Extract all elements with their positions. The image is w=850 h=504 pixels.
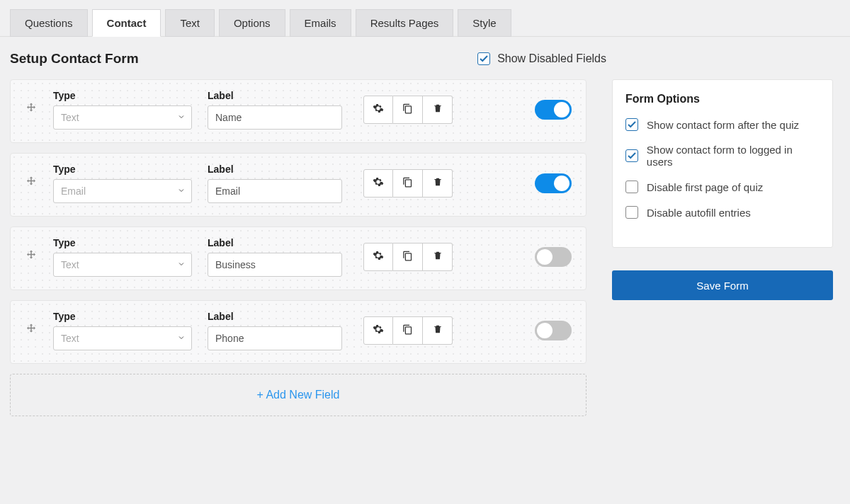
option-label: Show contact form after the quiz	[647, 119, 799, 131]
delete-button[interactable]	[423, 96, 453, 124]
option-label: Disable autofill entries	[647, 207, 751, 219]
type-header: Type	[53, 90, 192, 101]
gear-icon	[373, 250, 384, 264]
label-header: Label	[208, 164, 342, 175]
field-row: TypeTextLabelName	[10, 79, 586, 143]
delete-button[interactable]	[423, 169, 453, 197]
checkbox-icon	[625, 206, 638, 219]
save-form-button[interactable]: Save Form	[612, 270, 833, 300]
settings-button[interactable]	[363, 96, 393, 124]
copy-icon	[402, 177, 413, 190]
label-header: Label	[208, 311, 342, 322]
type-header: Type	[53, 311, 192, 322]
tab-emails[interactable]: Emails	[290, 9, 351, 37]
type-select[interactable]: Email	[53, 179, 192, 203]
chevron-down-icon	[177, 112, 186, 123]
copy-icon	[402, 103, 413, 117]
label-input[interactable]: Business	[208, 253, 342, 277]
tab-style[interactable]: Style	[458, 9, 511, 37]
drag-handle-icon[interactable]	[25, 176, 38, 191]
gear-icon	[373, 176, 384, 190]
form-option[interactable]: Show contact form after the quiz	[625, 118, 820, 131]
show-disabled-fields-checkbox[interactable]: Show Disabled Fields	[477, 52, 606, 65]
tab-text[interactable]: Text	[165, 9, 215, 37]
duplicate-button[interactable]	[393, 316, 423, 345]
label-header: Label	[208, 237, 342, 248]
form-option[interactable]: Disable autofill entries	[625, 206, 820, 219]
type-select[interactable]: Text	[53, 253, 192, 277]
tab-questions[interactable]: Questions	[10, 9, 88, 37]
gear-icon	[373, 103, 384, 117]
enable-toggle[interactable]	[535, 247, 572, 267]
checkbox-icon	[477, 52, 490, 65]
field-actions	[363, 316, 453, 345]
trash-icon	[433, 176, 443, 190]
form-options-panel: Form Options Show contact form after the…	[612, 79, 833, 248]
type-select[interactable]: Text	[53, 326, 192, 350]
field-actions	[363, 243, 453, 271]
checkbox-icon	[625, 118, 638, 131]
field-row: TypeTextLabelBusiness	[10, 227, 586, 290]
chevron-down-icon	[177, 185, 186, 197]
drag-handle-icon[interactable]	[25, 249, 38, 265]
add-new-field-button[interactable]: + Add New Field	[10, 374, 586, 416]
option-label: Show contact form to logged in users	[647, 144, 820, 168]
fields-list: TypeTextLabelNameTypeEmailLabelEmailType…	[10, 79, 586, 416]
trash-icon	[433, 250, 443, 264]
field-actions	[363, 96, 453, 124]
delete-button[interactable]	[423, 243, 453, 271]
form-option[interactable]: Show contact form to logged in users	[625, 144, 820, 168]
duplicate-button[interactable]	[393, 243, 423, 271]
page-title: Setup Contact Form	[10, 51, 139, 67]
settings-button[interactable]	[363, 243, 393, 271]
label-input[interactable]: Name	[208, 105, 342, 130]
delete-button[interactable]	[423, 316, 453, 345]
checkbox-icon	[625, 149, 638, 162]
option-label: Disable first page of quiz	[647, 181, 763, 193]
label-input[interactable]: Email	[208, 179, 342, 203]
checkbox-icon	[625, 181, 638, 193]
duplicate-button[interactable]	[393, 96, 423, 124]
field-row: TypeEmailLabelEmail	[10, 153, 586, 217]
show-disabled-label: Show Disabled Fields	[497, 52, 606, 65]
form-option[interactable]: Disable first page of quiz	[625, 181, 820, 193]
tabs: QuestionsContactTextOptionsEmailsResults…	[0, 0, 850, 37]
tab-contact[interactable]: Contact	[92, 9, 162, 37]
drag-handle-icon[interactable]	[25, 102, 38, 118]
type-header: Type	[53, 237, 192, 248]
trash-icon	[433, 323, 443, 338]
label-header: Label	[208, 90, 342, 101]
chevron-down-icon	[177, 259, 186, 270]
settings-button[interactable]	[363, 316, 393, 345]
copy-icon	[402, 324, 413, 338]
type-select[interactable]: Text	[53, 105, 192, 130]
chevron-down-icon	[177, 333, 186, 344]
copy-icon	[402, 251, 413, 264]
field-row: TypeTextLabelPhone	[10, 300, 586, 364]
enable-toggle[interactable]	[535, 321, 572, 340]
label-input[interactable]: Phone	[208, 326, 342, 350]
tab-results-pages[interactable]: Results Pages	[356, 9, 454, 37]
enable-toggle[interactable]	[535, 100, 572, 120]
enable-toggle[interactable]	[535, 173, 572, 193]
gear-icon	[373, 323, 384, 338]
field-actions	[363, 169, 453, 197]
tab-options[interactable]: Options	[219, 9, 285, 37]
duplicate-button[interactable]	[393, 169, 423, 197]
settings-button[interactable]	[363, 169, 393, 197]
trash-icon	[433, 103, 443, 117]
form-options-title: Form Options	[625, 93, 820, 105]
drag-handle-icon[interactable]	[25, 323, 38, 338]
form-options-list: Show contact form after the quizShow con…	[625, 118, 820, 219]
type-header: Type	[53, 164, 192, 175]
